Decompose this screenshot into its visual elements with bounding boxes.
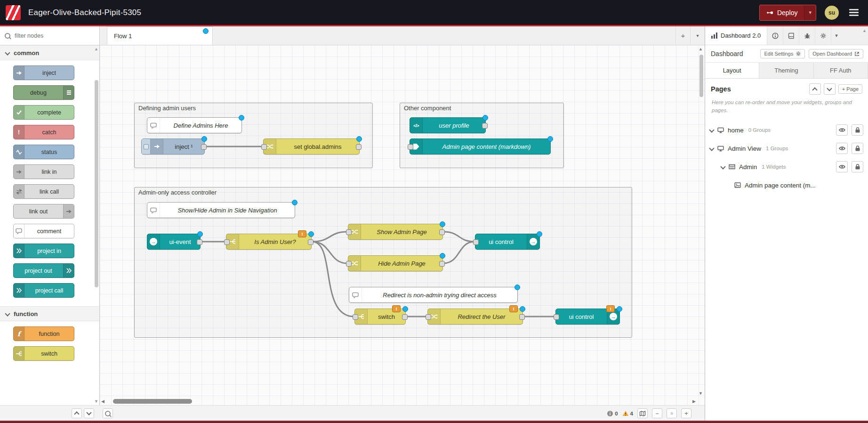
tab-info[interactable]	[767, 26, 783, 45]
palette-node-function[interactable]: f function	[13, 326, 74, 341]
tab-ff-auth[interactable]: FF Auth	[814, 63, 868, 78]
palette-node-project-out[interactable]: project out	[13, 263, 74, 278]
node-ui-control-2[interactable]: ui control → !	[555, 309, 620, 325]
palette-node-switch[interactable]: switch	[13, 346, 74, 361]
lock-button[interactable]	[852, 124, 863, 136]
tab-debug[interactable]	[799, 26, 815, 45]
scroll-up-icon[interactable]: ▲	[862, 28, 867, 33]
add-page-button[interactable]: + Page	[838, 84, 862, 94]
add-flow-button[interactable]: +	[675, 26, 690, 45]
canvas-vertical-scrollbar[interactable]	[698, 46, 704, 397]
port-out[interactable]	[439, 261, 445, 267]
palette-filter-input[interactable]	[14, 32, 81, 40]
node-comment-define-admins[interactable]: Define Admins Here	[147, 117, 242, 133]
scroll-down-icon[interactable]: ▼	[94, 399, 98, 404]
node-ui-template-user-profile[interactable]: </> user profile	[410, 117, 486, 133]
flow-canvas[interactable]: Defining admin users Other component Adm…	[100, 45, 705, 405]
port-in[interactable]	[554, 314, 559, 320]
node-change-set-global-admins[interactable]: set global.admins	[263, 138, 360, 155]
lock-button[interactable]	[852, 161, 863, 172]
tree-row-admin-group[interactable]: Admin 1 Widgets	[710, 160, 863, 174]
edit-settings-button[interactable]: Edit Settings	[760, 49, 805, 58]
port-in[interactable]	[261, 144, 267, 150]
palette-node-debug[interactable]: debug	[13, 85, 74, 100]
palette-node-complete[interactable]: complete	[13, 105, 74, 120]
tab-config[interactable]	[815, 26, 831, 45]
collapse-categories-button[interactable]	[72, 408, 82, 418]
expand-all-button[interactable]	[824, 83, 836, 95]
scroll-up-icon[interactable]: ▲	[94, 47, 98, 51]
deploy-button[interactable]: Deploy ▾	[759, 5, 816, 21]
node-comment-redirect-non-admin[interactable]: Redirect is non-admin trying direct acce…	[349, 287, 518, 303]
node-change-redirect-the-user[interactable]: Redirect the User !	[427, 309, 523, 325]
navigator-button[interactable]	[637, 408, 648, 418]
palette-category-common[interactable]: common	[0, 45, 99, 60]
palette-node-link-call[interactable]: link call	[13, 184, 74, 199]
tab-theming[interactable]: Theming	[759, 63, 813, 78]
visibility-button[interactable]	[836, 124, 848, 136]
scroll-left-icon[interactable]: ◀	[101, 399, 104, 404]
node-ui-event[interactable]: → ui-event	[147, 234, 201, 250]
port-in[interactable]	[473, 239, 479, 245]
port-in[interactable]	[408, 144, 413, 150]
collapse-all-button[interactable]	[809, 83, 821, 95]
node-switch-is-admin-user[interactable]: Is Admin User? !	[226, 234, 312, 250]
zoom-in-button[interactable]: +	[681, 408, 691, 418]
error-count[interactable]: 0	[607, 410, 618, 417]
port-in[interactable]	[346, 229, 352, 235]
node-ui-markdown-admin-page-content[interactable]: Admin page content (markdown)	[410, 138, 551, 155]
tab-flow-1[interactable]: Flow 1	[107, 26, 213, 45]
port-out[interactable]	[402, 314, 408, 320]
flow-list-button[interactable]: ▾	[690, 26, 705, 45]
zoom-out-button[interactable]: −	[652, 408, 662, 418]
palette-node-comment[interactable]: comment	[13, 224, 74, 238]
palette-node-inject[interactable]: inject	[13, 65, 74, 80]
canvas-horizontal-scrollbar[interactable]: ◀ ▶	[100, 398, 697, 405]
chevron-down-icon[interactable]	[720, 164, 725, 170]
port-out[interactable]	[519, 314, 525, 320]
port-out[interactable]	[201, 144, 207, 150]
port-in[interactable]	[224, 239, 230, 245]
tab-help[interactable]	[783, 26, 799, 45]
visibility-button[interactable]	[836, 161, 848, 172]
open-dashboard-button[interactable]: Open Dashboard	[809, 49, 863, 58]
node-inject[interactable]: inject ¹	[141, 138, 205, 155]
port-out[interactable]	[356, 144, 362, 150]
chevron-down-icon[interactable]	[709, 146, 714, 151]
expand-categories-button[interactable]	[84, 408, 94, 418]
palette-node-status[interactable]: status	[13, 145, 74, 159]
palette-category-function[interactable]: function	[0, 306, 99, 321]
node-ui-control-1[interactable]: ui control →	[475, 234, 540, 250]
visibility-button[interactable]	[836, 143, 848, 154]
search-flows-button[interactable]	[103, 408, 113, 418]
palette-node-project-call[interactable]: project call	[13, 283, 74, 298]
palette-node-link-out[interactable]: link out	[13, 204, 74, 219]
chevron-down-icon[interactable]	[709, 128, 714, 133]
tree-row-home[interactable]: home 0 Groups	[710, 123, 863, 137]
tab-dashboard-2[interactable]: Dashboard 2.0	[705, 26, 767, 45]
node-switch[interactable]: switch !	[354, 309, 406, 325]
palette-node-link-in[interactable]: link in	[13, 164, 74, 179]
tree-row-admin-page-content[interactable]: Admin page content (m...	[710, 178, 863, 192]
tab-layout[interactable]: Layout	[705, 63, 759, 78]
zoom-reset-button[interactable]: ○	[667, 408, 677, 418]
port-in[interactable]	[426, 314, 431, 320]
port-out[interactable]	[482, 123, 488, 129]
main-menu-button[interactable]	[847, 6, 860, 20]
tree-row-admin-view[interactable]: Admin View 1 Groups	[710, 141, 863, 155]
palette-node-catch[interactable]: ! catch	[13, 125, 74, 139]
port-out[interactable]	[197, 239, 202, 245]
port-in[interactable]	[353, 314, 358, 320]
port-in[interactable]	[346, 261, 352, 267]
palette-node-project-in[interactable]: project in	[13, 244, 74, 258]
port-out[interactable]	[308, 239, 313, 245]
node-change-hide-admin-page[interactable]: Hide Admin Page	[348, 255, 443, 271]
sidebar-more-tabs-button[interactable]: ▾	[831, 26, 842, 45]
scroll-right-icon[interactable]: ▶	[692, 399, 696, 404]
deploy-options-button[interactable]: ▾	[804, 5, 816, 20]
lock-button[interactable]	[852, 143, 863, 154]
group-other-component[interactable]: Other component	[400, 103, 564, 168]
node-comment-show-hide-admin[interactable]: Show/Hide Admin in Side Navigation	[147, 202, 295, 218]
port-out[interactable]	[439, 229, 445, 235]
user-menu-button[interactable]: su	[825, 6, 839, 20]
